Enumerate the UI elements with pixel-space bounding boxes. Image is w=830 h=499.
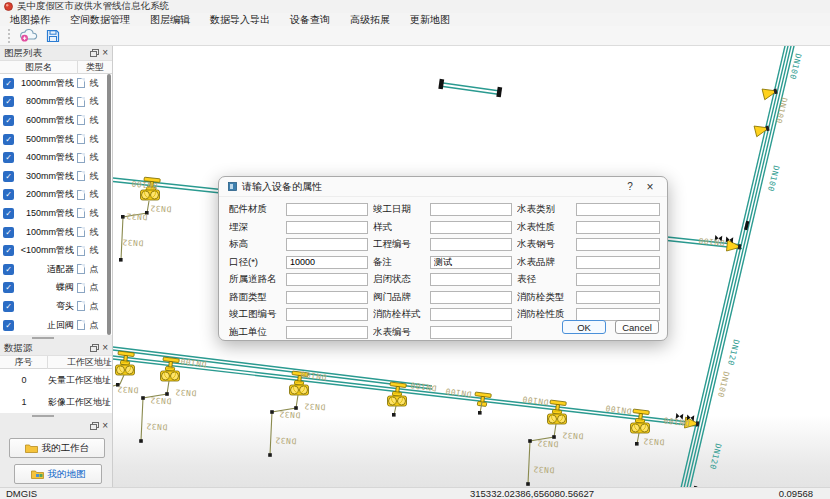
layer-row[interactable]: 600mm管线线: [0, 111, 112, 130]
open-close-status-input[interactable]: [430, 273, 512, 286]
meter-nature-input[interactable]: [576, 221, 660, 234]
workspace-panel-header: ×: [0, 419, 112, 433]
meter-diameter-input[interactable]: [576, 273, 660, 286]
field-label: 口径(*): [229, 256, 281, 269]
save-icon[interactable]: [46, 29, 60, 43]
layer-row[interactable]: 适配器点: [0, 260, 112, 279]
col-workspace: 工作区地址: [48, 356, 112, 369]
float-panel-icon[interactable]: [90, 344, 99, 352]
checkbox-checked-icon[interactable]: [3, 96, 14, 107]
layer-row[interactable]: 400mm管线线: [0, 148, 112, 167]
cancel-button[interactable]: Cancel: [615, 320, 659, 334]
layer-row[interactable]: 1000mm管线线: [0, 74, 112, 93]
close-panel-icon[interactable]: ×: [102, 49, 108, 57]
road-surface-type-input[interactable]: [286, 291, 368, 304]
my-map-button[interactable]: 我的地图: [14, 464, 102, 484]
asbuilt-drawing-number-input[interactable]: [286, 308, 368, 321]
cloud-upload-icon[interactable]: [19, 28, 38, 43]
checkbox-checked-icon[interactable]: [3, 171, 14, 182]
hydrant-type-input[interactable]: [576, 291, 660, 304]
meter-steel-number-input[interactable]: [576, 238, 660, 251]
layer-row[interactable]: 弯头点: [0, 297, 112, 316]
datasource-column-header: 序号 工作区地址: [0, 355, 112, 369]
close-panel-icon[interactable]: ×: [102, 422, 108, 430]
checkbox-checked-icon[interactable]: [3, 208, 14, 219]
layer-row[interactable]: 蝶阀点: [0, 279, 112, 298]
menu-data-import-export[interactable]: 数据导入导出: [200, 13, 280, 27]
float-panel-icon[interactable]: [90, 422, 99, 430]
layers-panel-header: 图层列表 ×: [0, 46, 112, 60]
statusbar: DMGIS 315332.02386,656080.56627 0.09568: [0, 487, 830, 499]
datasource-row[interactable]: 0矢量工作区地址: [0, 369, 112, 391]
menu-layer-edit[interactable]: 图层编辑: [140, 13, 200, 27]
checkbox-checked-icon[interactable]: [3, 78, 14, 89]
pipe-end-caps: [438, 79, 502, 98]
layer-row[interactable]: <100mm管线线: [0, 241, 112, 260]
menu-device-query[interactable]: 设备查询: [280, 13, 340, 27]
meter-brand-input[interactable]: [576, 256, 660, 269]
field-label: 消防栓样式: [373, 308, 425, 321]
layer-row[interactable]: 100mm管线线: [0, 223, 112, 242]
status-app-name: DMGIS: [6, 488, 37, 499]
layer-row[interactable]: 200mm管线线: [0, 186, 112, 205]
valve-brand-input[interactable]: [430, 291, 512, 304]
burial-depth-input[interactable]: [286, 221, 368, 234]
checkbox-checked-icon[interactable]: [3, 301, 14, 312]
checkbox-checked-icon[interactable]: [3, 189, 14, 200]
layer-file-icon: [77, 190, 85, 200]
menu-advanced[interactable]: 高级拓展: [340, 13, 400, 27]
col-layer-type: 类型: [78, 61, 112, 74]
layer-file-icon: [77, 171, 85, 181]
menu-update-map[interactable]: 更新地图: [400, 13, 460, 27]
dialog-close-button[interactable]: ×: [642, 180, 658, 194]
checkbox-checked-icon[interactable]: [3, 320, 14, 331]
meter-number-input[interactable]: [430, 326, 512, 339]
checkbox-checked-icon[interactable]: [3, 282, 14, 293]
datasource-row[interactable]: 1影像工作区地址: [0, 391, 112, 413]
field-label: 埋深: [229, 221, 281, 234]
layer-file-icon: [77, 283, 85, 293]
layer-row[interactable]: 500mm管线线: [0, 130, 112, 149]
fitting-material-input[interactable]: [286, 203, 368, 216]
layer-row[interactable]: 300mm管线线: [0, 167, 112, 186]
dialog-help-button[interactable]: ?: [623, 181, 637, 192]
ok-button[interactable]: OK: [562, 320, 606, 334]
layer-row[interactable]: 止回阀点: [0, 316, 112, 335]
field-label: 水表类别: [517, 203, 571, 216]
field-label: 路面类型: [229, 291, 281, 304]
checkbox-checked-icon[interactable]: [3, 115, 14, 126]
dialog-icon: [228, 182, 237, 191]
elevation-input[interactable]: [286, 238, 368, 251]
panel-splitter[interactable]: [0, 335, 112, 341]
checkbox-checked-icon[interactable]: [3, 134, 14, 145]
layer-file-icon: [77, 115, 85, 125]
style-input[interactable]: [430, 221, 512, 234]
field-label: 水表编号: [373, 326, 425, 339]
panel-splitter[interactable]: [0, 413, 112, 419]
diameter-input[interactable]: [286, 256, 368, 269]
meter-category-input[interactable]: [576, 203, 660, 216]
close-panel-icon[interactable]: ×: [102, 344, 108, 352]
field-label: 标高: [229, 238, 281, 251]
road-name-input[interactable]: [286, 273, 368, 286]
construction-unit-input[interactable]: [286, 326, 368, 339]
checkbox-checked-icon[interactable]: [3, 245, 14, 256]
hydrant-style-input[interactable]: [430, 308, 512, 321]
layer-file-icon: [77, 264, 85, 274]
project-number-input[interactable]: [430, 238, 512, 251]
layers-column-header: 图层名 类型: [0, 60, 112, 74]
float-panel-icon[interactable]: [90, 49, 99, 57]
valve-symbols: [676, 221, 750, 496]
layer-row[interactable]: 800mm管线线: [0, 93, 112, 112]
completion-date-input[interactable]: [430, 203, 512, 216]
checkbox-checked-icon[interactable]: [3, 227, 14, 238]
remark-input[interactable]: [430, 256, 512, 269]
col-layer-name: 图层名: [0, 61, 78, 74]
layer-list-scrollbar[interactable]: [107, 74, 111, 335]
menu-spatial-data[interactable]: 空间数据管理: [60, 13, 140, 27]
my-workbench-button[interactable]: 我的工作台: [9, 438, 105, 458]
menu-map-operations[interactable]: 地图操作: [0, 13, 60, 27]
layer-row[interactable]: 150mm管线线: [0, 204, 112, 223]
checkbox-checked-icon[interactable]: [3, 264, 14, 275]
checkbox-checked-icon[interactable]: [3, 152, 14, 163]
